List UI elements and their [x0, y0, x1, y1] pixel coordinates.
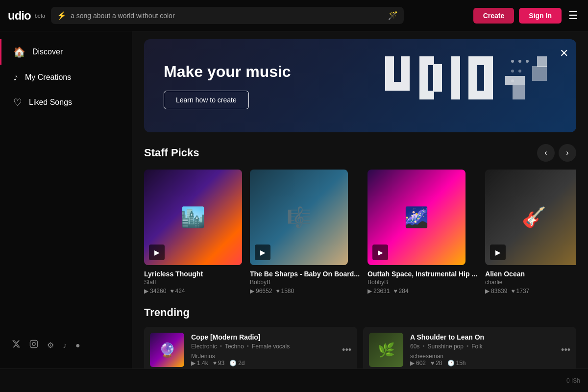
trending-title-2: A Shoulder to Lean On	[410, 333, 570, 341]
more-button-1[interactable]: •••	[342, 345, 351, 355]
play-button-2[interactable]: ▶	[255, 245, 270, 260]
twitter-icon[interactable]	[12, 340, 21, 351]
svg-rect-8	[419, 91, 434, 99]
magic-wand-icon: 🪄	[388, 11, 398, 20]
card-likes-4: ♥ 1737	[511, 288, 529, 294]
more-button-2[interactable]: •••	[561, 345, 570, 355]
sidebar-label-discover: Discover	[32, 48, 63, 56]
card-title-1: Lyricless Thought	[144, 270, 242, 278]
trending-tags-2: 60s • Sunshine pop • Folk	[410, 343, 570, 350]
trending-info-1: Cope [Modern Radio] Electronic • Techno …	[191, 333, 351, 367]
staff-pick-card-3[interactable]: 🌌 ▶ Outtah Space, Instrumental Hip ... B…	[368, 170, 477, 294]
play-button-1[interactable]: ▶	[149, 245, 165, 260]
content-area: Make your music Learn how to create ✕	[132, 31, 588, 368]
instagram-icon[interactable]	[29, 340, 38, 351]
trending-item-1[interactable]: 🔮 Cope [Modern Radio] Electronic • Techn…	[144, 327, 357, 368]
card-likes-3: ♥ 284	[393, 288, 408, 294]
sidebar-social-links: ⚙ ♪ ●	[0, 330, 132, 361]
header-actions: Create Sign In ☰	[473, 7, 580, 24]
svg-rect-22	[513, 85, 525, 99]
sidebar-item-my-creations[interactable]: ♪ My Creations	[0, 65, 132, 90]
trending-tags-1: Electronic • Techno • Female vocals	[191, 343, 351, 350]
card-stats-3: ▶ 23631 ♥ 284	[368, 288, 477, 294]
card-likes-2: ♥ 1580	[276, 288, 294, 294]
sidebar-item-liked-songs[interactable]: ♡ Liked Songs	[0, 90, 132, 115]
trending-thumb-2: 🌿	[369, 333, 403, 367]
staff-pick-card-2[interactable]: 🎼 ▶ The Be Sharps - Baby On Board... Bob…	[250, 170, 360, 294]
svg-rect-13	[468, 91, 493, 99]
search-bar[interactable]: ⚡ 🪄	[51, 7, 404, 24]
staff-picks-title: Staff Picks	[144, 147, 199, 159]
hero-title: Make your music	[164, 63, 557, 81]
main-layout: 🏠 Discover ♪ My Creations ♡ Liked Songs …	[0, 31, 588, 368]
player-time-display: 0 ISh	[566, 377, 580, 384]
tiktok-icon[interactable]: ♪	[63, 341, 67, 350]
card-image-3: 🌌 ▶	[368, 170, 466, 265]
card-author-2: BobbyB	[250, 279, 360, 286]
svg-point-1	[32, 343, 35, 345]
card-author-1: Staff	[144, 279, 242, 286]
sidebar-label-my-creations: My Creations	[25, 73, 71, 82]
prev-button[interactable]: ‹	[537, 144, 555, 162]
trending-thumb-1: 🔮	[150, 333, 184, 367]
card-stats-4: ▶ 83639 ♥ 1737	[485, 288, 576, 294]
card-plays-3: ▶ 23631	[368, 288, 390, 294]
header: udio beta ⚡ 🪄 Create Sign In ☰	[0, 0, 588, 31]
trending-meta-2: ▶ 602 ♥ 28 🕐 15h	[410, 360, 570, 367]
sidebar: 🏠 Discover ♪ My Creations ♡ Liked Songs …	[0, 31, 132, 368]
trending-time-1: 🕐 2d	[229, 360, 245, 367]
logo[interactable]: udio beta	[8, 9, 45, 23]
dot-2: •	[247, 343, 249, 350]
staff-pick-card-4[interactable]: 🎸 ▶ Alien Ocean charlie ▶ 83639 ♥ 1737	[485, 170, 576, 294]
card-image-2: 🎼 ▶	[250, 170, 348, 265]
svg-rect-0	[30, 341, 38, 348]
music-note-icon: ♪	[13, 72, 18, 83]
card-stats-2: ▶ 96652 ♥ 1580	[250, 288, 360, 294]
card-plays-2: ▶ 96652	[250, 288, 272, 294]
card-plays-4: ▶ 83639	[485, 288, 507, 294]
dot-1: •	[220, 343, 222, 350]
staff-pick-card-1[interactable]: 🏙️ ▶ Lyricless Thought Staff ▶ 34260 ♥ 4…	[144, 170, 242, 294]
card-stats-1: ▶ 34260 ♥ 424	[144, 288, 242, 294]
trending-info-2: A Shoulder to Lean On 60s • Sunshine pop…	[410, 333, 570, 367]
play-button-4[interactable]: ▶	[490, 245, 506, 260]
staff-picks-header: Staff Picks ‹ ›	[144, 140, 576, 162]
card-title-2: The Be Sharps - Baby On Board...	[250, 270, 360, 278]
staff-picks-cards: 🏙️ ▶ Lyricless Thought Staff ▶ 34260 ♥ 4…	[144, 170, 576, 294]
search-input[interactable]	[71, 12, 384, 20]
trending-section: Trending 🔮 Cope [Modern Radio] Electroni…	[132, 306, 588, 368]
beta-badge: beta	[35, 13, 45, 19]
trending-plays-2: ▶ 602	[410, 360, 426, 367]
card-likes-1: ♥ 424	[170, 288, 185, 294]
card-image-4: 🎸 ▶	[485, 170, 576, 265]
play-button-3[interactable]: ▶	[372, 245, 388, 260]
dot-4: •	[466, 343, 468, 350]
menu-button[interactable]: ☰	[566, 7, 580, 24]
card-title-4: Alien Ocean	[485, 270, 576, 278]
card-author-4: charlie	[485, 279, 576, 286]
learn-how-button[interactable]: Learn how to create	[164, 91, 249, 109]
hero-decoration	[380, 47, 557, 125]
logo-text: udio	[8, 9, 31, 23]
discord-icon[interactable]: ⚙	[47, 341, 54, 350]
sidebar-item-discover[interactable]: 🏠 Discover	[0, 39, 132, 65]
svg-point-2	[35, 342, 36, 343]
trending-item-2[interactable]: 🌿 A Shoulder to Lean On 60s • Sunshine p…	[363, 327, 576, 368]
hero-close-button[interactable]: ✕	[560, 47, 568, 60]
reddit-icon[interactable]: ●	[75, 341, 80, 350]
trending-likes-2: ♥ 28	[431, 360, 442, 367]
tag-sunshine-pop: Sunshine pop	[428, 343, 464, 350]
sidebar-label-liked-songs: Liked Songs	[29, 98, 72, 107]
dot-3: •	[422, 343, 424, 350]
trending-grid: 🔮 Cope [Modern Radio] Electronic • Techn…	[144, 327, 576, 368]
signin-button[interactable]: Sign In	[519, 8, 562, 24]
card-plays-1: ▶ 34260	[144, 288, 166, 294]
create-button[interactable]: Create	[473, 8, 514, 24]
next-button[interactable]: ›	[559, 144, 576, 162]
trending-author-1: MrJenius	[191, 353, 351, 360]
card-title-3: Outtah Space, Instrumental Hip ...	[368, 270, 477, 278]
trending-title-1: Cope [Modern Radio]	[191, 333, 351, 341]
home-icon: 🏠	[13, 46, 25, 58]
trending-time-2: 🕐 15h	[447, 360, 466, 367]
trending-title: Trending	[144, 306, 576, 319]
